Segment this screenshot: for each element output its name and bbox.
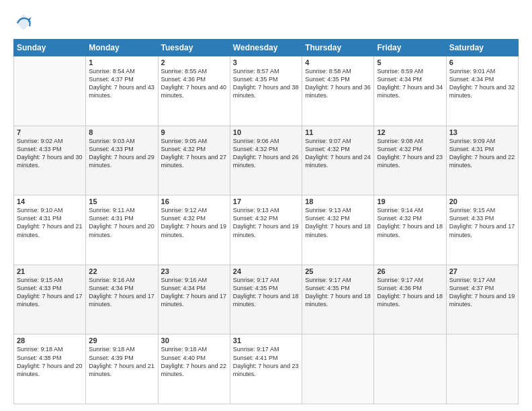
day-number: 19 (377, 197, 443, 205)
cell-details: Sunrise: 9:11 AM Sunset: 4:31 PM Dayligh… (89, 206, 154, 239)
cell-details: Sunrise: 9:10 AM Sunset: 4:31 PM Dayligh… (17, 206, 83, 239)
cell-details: Sunrise: 9:15 AM Sunset: 4:33 PM Dayligh… (449, 206, 515, 239)
cell-details: Sunrise: 9:18 AM Sunset: 4:40 PM Dayligh… (161, 345, 227, 378)
day-number: 25 (305, 267, 371, 275)
day-number: 21 (17, 267, 83, 275)
calendar-cell: 19Sunrise: 9:14 AM Sunset: 4:32 PM Dayli… (374, 195, 446, 265)
weekday-tuesday: Tuesday (158, 40, 230, 56)
day-number: 3 (233, 58, 299, 66)
cell-details: Sunrise: 9:15 AM Sunset: 4:33 PM Dayligh… (17, 276, 83, 309)
day-number: 27 (449, 267, 515, 275)
weekday-friday: Friday (374, 40, 446, 56)
day-number: 4 (305, 58, 371, 66)
calendar-cell: 3Sunrise: 8:57 AM Sunset: 4:35 PM Daylig… (230, 56, 302, 126)
calendar-cell: 8Sunrise: 9:03 AM Sunset: 4:33 PM Daylig… (86, 126, 158, 195)
calendar-cell: 16Sunrise: 9:12 AM Sunset: 4:32 PM Dayli… (158, 195, 230, 265)
day-number: 20 (449, 197, 515, 205)
calendar-cell: 2Sunrise: 8:55 AM Sunset: 4:36 PM Daylig… (158, 56, 230, 126)
calendar-cell: 12Sunrise: 9:08 AM Sunset: 4:32 PM Dayli… (374, 126, 446, 195)
cell-details: Sunrise: 9:17 AM Sunset: 4:41 PM Dayligh… (233, 345, 299, 378)
day-number: 24 (233, 267, 299, 275)
page: SundayMondayTuesdayWednesdayThursdayFrid… (0, 0, 532, 411)
cell-details: Sunrise: 9:18 AM Sunset: 4:38 PM Dayligh… (17, 345, 83, 378)
logo-icon (13, 12, 34, 32)
calendar-cell: 30Sunrise: 9:18 AM Sunset: 4:40 PM Dayli… (158, 334, 230, 404)
calendar-cell: 6Sunrise: 9:01 AM Sunset: 4:34 PM Daylig… (446, 56, 518, 126)
day-number: 13 (449, 128, 515, 136)
cell-details: Sunrise: 9:16 AM Sunset: 4:34 PM Dayligh… (89, 276, 154, 309)
day-number: 12 (377, 128, 443, 136)
calendar-cell: 27Sunrise: 9:17 AM Sunset: 4:37 PM Dayli… (446, 265, 518, 334)
day-number: 9 (161, 128, 227, 136)
weekday-sunday: Sunday (14, 40, 86, 56)
calendar-cell: 29Sunrise: 9:18 AM Sunset: 4:39 PM Dayli… (86, 334, 158, 404)
weekday-header-row: SundayMondayTuesdayWednesdayThursdayFrid… (14, 40, 519, 56)
cell-details: Sunrise: 9:09 AM Sunset: 4:31 PM Dayligh… (449, 137, 515, 170)
cell-details: Sunrise: 9:13 AM Sunset: 4:32 PM Dayligh… (305, 206, 371, 239)
day-number: 11 (305, 128, 371, 136)
calendar-cell (14, 56, 86, 126)
calendar-cell: 20Sunrise: 9:15 AM Sunset: 4:33 PM Dayli… (446, 195, 518, 265)
day-number: 1 (89, 58, 154, 66)
day-number: 22 (89, 267, 154, 275)
calendar-cell: 18Sunrise: 9:13 AM Sunset: 4:32 PM Dayli… (302, 195, 374, 265)
day-number: 15 (89, 197, 154, 205)
calendar-cell (446, 334, 518, 404)
calendar-cell: 11Sunrise: 9:07 AM Sunset: 4:32 PM Dayli… (302, 126, 374, 195)
calendar-cell: 24Sunrise: 9:17 AM Sunset: 4:35 PM Dayli… (230, 265, 302, 334)
cell-details: Sunrise: 9:01 AM Sunset: 4:34 PM Dayligh… (449, 67, 515, 100)
calendar-cell: 26Sunrise: 9:17 AM Sunset: 4:36 PM Dayli… (374, 265, 446, 334)
calendar-cell: 4Sunrise: 8:58 AM Sunset: 4:35 PM Daylig… (302, 56, 374, 126)
cell-details: Sunrise: 9:18 AM Sunset: 4:39 PM Dayligh… (89, 345, 154, 378)
calendar-body: 1Sunrise: 8:54 AM Sunset: 4:37 PM Daylig… (14, 56, 519, 404)
cell-details: Sunrise: 8:59 AM Sunset: 4:34 PM Dayligh… (377, 67, 443, 100)
calendar-cell: 13Sunrise: 9:09 AM Sunset: 4:31 PM Dayli… (446, 126, 518, 195)
day-number: 6 (449, 58, 515, 66)
day-number: 8 (89, 128, 154, 136)
week-row-2: 14Sunrise: 9:10 AM Sunset: 4:31 PM Dayli… (14, 195, 519, 265)
day-number: 29 (89, 336, 154, 345)
day-number: 17 (233, 197, 299, 205)
cell-details: Sunrise: 8:55 AM Sunset: 4:36 PM Dayligh… (161, 67, 227, 100)
week-row-0: 1Sunrise: 8:54 AM Sunset: 4:37 PM Daylig… (14, 56, 519, 126)
day-number: 2 (161, 58, 227, 66)
cell-details: Sunrise: 9:07 AM Sunset: 4:32 PM Dayligh… (305, 137, 371, 170)
cell-details: Sunrise: 9:06 AM Sunset: 4:32 PM Dayligh… (233, 137, 299, 170)
week-row-1: 7Sunrise: 9:02 AM Sunset: 4:33 PM Daylig… (14, 126, 519, 195)
calendar-cell: 17Sunrise: 9:13 AM Sunset: 4:32 PM Dayli… (230, 195, 302, 265)
calendar-cell: 7Sunrise: 9:02 AM Sunset: 4:33 PM Daylig… (14, 126, 86, 195)
week-row-4: 28Sunrise: 9:18 AM Sunset: 4:38 PM Dayli… (14, 334, 519, 404)
cell-details: Sunrise: 9:17 AM Sunset: 4:36 PM Dayligh… (377, 276, 443, 309)
calendar-cell: 28Sunrise: 9:18 AM Sunset: 4:38 PM Dayli… (14, 334, 86, 404)
day-number: 18 (305, 197, 371, 205)
cell-details: Sunrise: 9:16 AM Sunset: 4:34 PM Dayligh… (161, 276, 227, 309)
day-number: 16 (161, 197, 227, 205)
week-row-3: 21Sunrise: 9:15 AM Sunset: 4:33 PM Dayli… (14, 265, 519, 334)
cell-details: Sunrise: 9:05 AM Sunset: 4:32 PM Dayligh… (161, 137, 227, 170)
cell-details: Sunrise: 9:17 AM Sunset: 4:35 PM Dayligh… (305, 276, 371, 309)
cell-details: Sunrise: 9:17 AM Sunset: 4:35 PM Dayligh… (233, 276, 299, 309)
logo (13, 12, 36, 32)
calendar-cell: 25Sunrise: 9:17 AM Sunset: 4:35 PM Dayli… (302, 265, 374, 334)
cell-details: Sunrise: 8:54 AM Sunset: 4:37 PM Dayligh… (89, 67, 154, 100)
day-number: 14 (17, 197, 83, 205)
calendar-cell (374, 334, 446, 404)
day-number: 10 (233, 128, 299, 136)
calendar-cell (302, 334, 374, 404)
calendar-cell: 21Sunrise: 9:15 AM Sunset: 4:33 PM Dayli… (14, 265, 86, 334)
calendar-cell: 23Sunrise: 9:16 AM Sunset: 4:34 PM Dayli… (158, 265, 230, 334)
calendar-cell: 5Sunrise: 8:59 AM Sunset: 4:34 PM Daylig… (374, 56, 446, 126)
cell-details: Sunrise: 9:02 AM Sunset: 4:33 PM Dayligh… (17, 137, 83, 170)
weekday-wednesday: Wednesday (230, 40, 302, 56)
calendar-cell: 31Sunrise: 9:17 AM Sunset: 4:41 PM Dayli… (230, 334, 302, 404)
calendar-cell: 22Sunrise: 9:16 AM Sunset: 4:34 PM Dayli… (86, 265, 158, 334)
calendar-cell: 1Sunrise: 8:54 AM Sunset: 4:37 PM Daylig… (86, 56, 158, 126)
weekday-thursday: Thursday (302, 40, 374, 56)
cell-details: Sunrise: 9:13 AM Sunset: 4:32 PM Dayligh… (233, 206, 299, 239)
calendar-table: SundayMondayTuesdayWednesdayThursdayFrid… (13, 39, 519, 404)
cell-details: Sunrise: 8:57 AM Sunset: 4:35 PM Dayligh… (233, 67, 299, 100)
weekday-monday: Monday (86, 40, 158, 56)
header (13, 12, 519, 32)
cell-details: Sunrise: 9:12 AM Sunset: 4:32 PM Dayligh… (161, 206, 227, 239)
cell-details: Sunrise: 9:14 AM Sunset: 4:32 PM Dayligh… (377, 206, 443, 239)
